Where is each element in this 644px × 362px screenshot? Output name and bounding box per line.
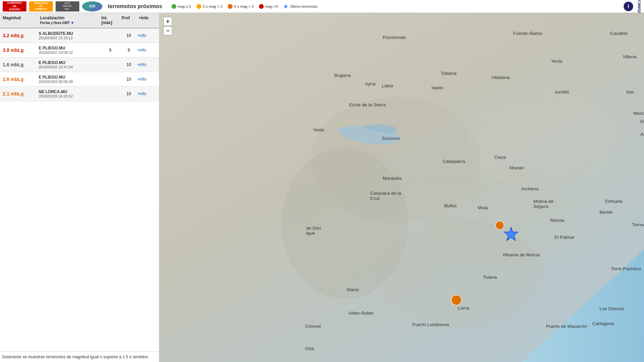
col-depth: Prof (120, 15, 137, 26)
svg-text:Bogarra: Bogarra (334, 73, 351, 78)
legend-item-orange: 4 ≥ mag > 3 (228, 4, 254, 9)
svg-text:Caudete: Caudete (610, 31, 628, 36)
zoom-in-button[interactable]: + (163, 17, 172, 26)
info-link[interactable]: +info (137, 77, 146, 82)
table-header: Magnitud LocalizaciónFecha y Hora GMT ▼ … (0, 13, 159, 28)
svg-text:Torre-Pacheco: Torre-Pacheco (611, 266, 641, 271)
logo-gobierno: GOBIERNODEESPAÑA (3, 1, 26, 12)
depth-cell: 10 (120, 62, 137, 67)
header: GOBIERNODEESPAÑA MINISTERIODEFOMENTO INS… (0, 0, 644, 13)
svg-text:Socovos: Socovos (382, 136, 400, 141)
col-location: LocalizaciónFecha y Hora GMT ▼ (39, 15, 100, 26)
marker-lorca[interactable] (451, 295, 462, 305)
svg-text:Cartagena: Cartagena (592, 321, 614, 326)
svg-text:María: María (347, 287, 359, 292)
svg-text:Totana: Totana (483, 275, 497, 280)
legend-star-icon: ★ (283, 3, 288, 10)
location-datetime: 2018/03/02 19:16:12 (39, 36, 100, 40)
svg-text:Molina de: Molina de (534, 199, 554, 204)
info-icon[interactable]: i (624, 2, 633, 11)
svg-text:Bullas: Bullas (444, 203, 457, 208)
info-link[interactable]: +info (137, 33, 146, 38)
intensity-cell: 9 (100, 48, 120, 52)
legend-dot-green (172, 4, 176, 9)
info-cell[interactable]: +info (137, 48, 158, 52)
legend-item-yellow: 3 ≥ mag > 2 (197, 4, 222, 9)
legend-item-green: mag ≤ 2 (172, 4, 191, 9)
svg-text:Novelda: Novelda (640, 119, 644, 124)
svg-text:Liétor: Liétor (382, 83, 394, 88)
svg-text:Caravaca de la: Caravaca de la (370, 191, 401, 196)
left-panel: Magnitud LocalizaciónFecha y Hora GMT ▼ … (0, 13, 159, 362)
location-name: S ALBUDEITE.MU (39, 31, 100, 36)
zoom-out-button[interactable]: − (163, 26, 172, 35)
info-cell[interactable]: +info (137, 62, 158, 67)
svg-text:Moratalla: Moratalla (383, 176, 402, 181)
svg-text:Abarán: Abarán (509, 165, 524, 170)
svg-text:Tobarra: Tobarra (441, 71, 457, 76)
marker-albudeite[interactable] (496, 221, 504, 230)
legend-dot-red (259, 4, 264, 9)
svg-text:Villena: Villena (623, 54, 637, 59)
location-datetime: 2018/03/02 08:08:49 (39, 80, 100, 84)
info-cell[interactable]: +info (137, 33, 158, 38)
location-name: E PLIEGO.MU (39, 75, 100, 80)
location-datetime: 2018/02/28 16:28:52 (39, 94, 100, 98)
location-cell: E PLIEGO.MU 2018/03/02 10:47:04 (39, 60, 100, 69)
location-cell: NE LORCA.MU 2018/02/28 16:28:52 (39, 89, 100, 98)
info-cell[interactable]: +info (137, 91, 158, 96)
svg-text:Puerto Lumbreras: Puerto Lumbreras (412, 322, 449, 327)
svg-text:ique: ique (306, 231, 315, 236)
location-datetime: 2018/03/02 19:08:22 (39, 50, 100, 55)
svg-text:Los Dolores: Los Dolores (600, 306, 624, 311)
location-name: E PLIEGO.MU (39, 46, 100, 50)
map-svg: Pozohondo Fuente-Álamo Caudete Alcoy/Alc… (159, 13, 644, 362)
location-name: E PLIEGO.MU (39, 60, 100, 65)
col-info: +info (137, 15, 158, 26)
info-cell[interactable]: +info (137, 77, 158, 82)
svg-text:Chinvel: Chinvel (305, 324, 321, 329)
location-cell: E PLIEGO.MU 2018/03/02 19:08:22 (39, 46, 100, 55)
page-title: terremotos próximos (108, 3, 162, 9)
info-link[interactable]: +info (137, 48, 146, 52)
magnitude-label: 3.2 mbLg (1, 32, 39, 39)
table-row: 3.8 mbLg E PLIEGO.MU 2018/03/02 19:08:22… (0, 43, 159, 58)
svg-text:Monovar/Monóver: Monovar/Monóver (633, 111, 644, 116)
legend-label-orange: 4 ≥ mag > 3 (234, 4, 254, 8)
main-content: Magnitud LocalizaciónFecha y Hora GMT ▼ … (0, 13, 644, 362)
legend-label-star: Último terremoto (290, 4, 317, 8)
legend-item-star: ★ Último terremoto (283, 3, 317, 10)
info-link[interactable]: +info (137, 91, 146, 96)
map-area[interactable]: + − (159, 13, 644, 362)
depth-cell: 10 (120, 33, 137, 38)
legend-label-yellow: 3 ≥ mag > 2 (203, 4, 222, 8)
table-row: 3.2 mbLg S ALBUDEITE.MU 2018/03/02 19:16… (0, 28, 159, 43)
svg-text:Calasparra: Calasparra (442, 159, 465, 164)
magnitude-label: 3.8 mbLg (1, 47, 39, 54)
svg-point-7 (467, 89, 619, 190)
legend-item-red: mag >4 (259, 4, 278, 9)
svg-text:Jumilla: Jumilla (555, 89, 569, 94)
magnitude-label: 1.6 mbLg (1, 61, 39, 68)
svg-text:Aspe: Aspe (640, 132, 644, 137)
svg-text:Beniel: Beniel (600, 210, 612, 215)
svg-text:Vélez-Rubio: Vélez-Rubio (348, 311, 374, 316)
svg-text:Sax: Sax (626, 89, 634, 94)
info-link[interactable]: +info (137, 62, 146, 67)
logo-geografico: INST.GEOGR.NAC. (56, 1, 79, 12)
svg-text:de Don: de Don (306, 226, 321, 231)
info-icon-label: i (628, 3, 629, 9)
logo-ign: IGN (82, 1, 102, 12)
svg-text:Puerto de Mazarrón: Puerto de Mazarrón (546, 324, 587, 329)
table-row: 2.1 mbLg NE LORCA.MU 2018/02/28 16:28:52… (0, 87, 159, 101)
magnitude-label: 2.1 mbLg (1, 90, 39, 97)
table-row: 2.6 mbLg E PLIEGO.MU 2018/03/02 08:08:49… (0, 72, 159, 87)
depth-cell: 10 (120, 77, 137, 82)
svg-text:Lorca: Lorca (458, 305, 469, 311)
legend-label-green: mag ≤ 2 (178, 4, 191, 8)
svg-text:Oria: Oria (305, 346, 314, 351)
col-magnitude: Magnitud (1, 15, 39, 26)
depth-cell: 10 (120, 91, 137, 96)
svg-text:El Palmar: El Palmar (555, 235, 575, 240)
svg-text:Yecla: Yecla (551, 59, 562, 64)
